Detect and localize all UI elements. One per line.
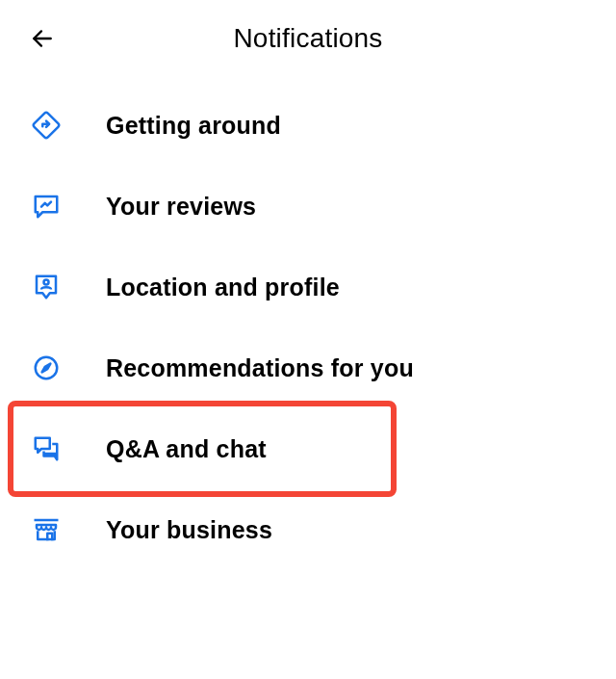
directions-icon: [29, 108, 64, 143]
header: Notifications: [0, 0, 616, 77]
list-item-label: Location and profile: [106, 274, 340, 301]
back-button[interactable]: [27, 23, 58, 54]
list-item-label: Getting around: [106, 112, 281, 140]
list-item-recommendations[interactable]: Recommendations for you: [0, 327, 616, 408]
svg-marker-4: [42, 364, 51, 373]
list-item-your-business[interactable]: Your business: [0, 489, 616, 570]
list-item-label: Q&A and chat: [106, 435, 267, 463]
notifications-list: Getting around Your reviews Location and…: [0, 77, 616, 578]
page-title: Notifications: [233, 23, 382, 54]
chat-icon: [29, 431, 64, 466]
list-item-your-reviews[interactable]: Your reviews: [0, 166, 616, 247]
compass-icon: [29, 351, 64, 385]
list-item-qa-chat[interactable]: Q&A and chat: [0, 408, 616, 489]
storefront-icon: [29, 512, 64, 547]
list-item-label: Your reviews: [106, 193, 256, 221]
list-item-location-profile[interactable]: Location and profile: [0, 247, 616, 327]
list-item-label: Recommendations for you: [106, 354, 414, 382]
review-icon: [29, 189, 64, 223]
profile-pin-icon: [29, 270, 64, 304]
svg-point-2: [44, 280, 49, 285]
list-item-getting-around[interactable]: Getting around: [0, 85, 616, 166]
back-arrow-icon: [30, 26, 55, 51]
list-item-label: Your business: [106, 516, 272, 544]
